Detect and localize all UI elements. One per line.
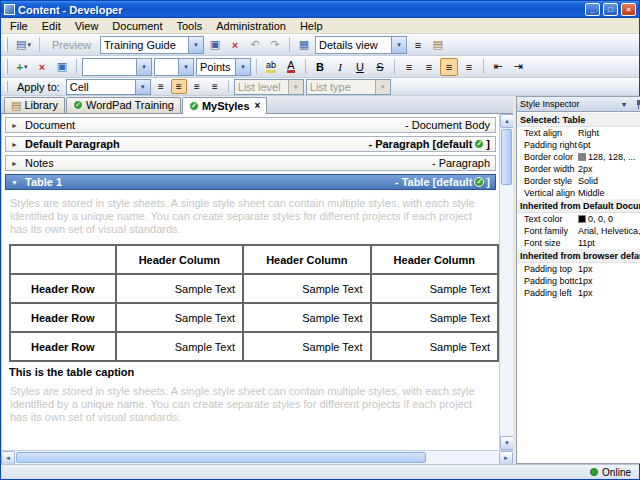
menu-tools[interactable]: Tools (170, 19, 210, 33)
scroll-left-button[interactable]: ◄ (1, 451, 15, 465)
property-value: 1px (578, 288, 640, 298)
table-cell[interactable]: Header Row (10, 303, 116, 332)
save-button[interactable]: ▣ (206, 36, 224, 54)
grid-view-button[interactable]: ▤ (429, 36, 447, 54)
table-cell[interactable]: Sample Text (243, 274, 370, 303)
section-default-paragraph[interactable]: ► Default Paragraph - Paragraph [default… (5, 136, 496, 152)
align-justify-button[interactable]: ≡ (460, 58, 478, 76)
section-type-suffix: ] (486, 176, 490, 188)
preview-button[interactable]: Preview (45, 36, 98, 54)
font-family-select[interactable]: ▾ (82, 58, 152, 76)
cell-align-top-button[interactable]: ≡ (153, 79, 169, 94)
scrollbar-track[interactable] (500, 186, 513, 436)
list-level-select[interactable]: List level ▾ (234, 79, 304, 95)
toolbar-grip[interactable] (5, 37, 8, 52)
section-notes[interactable]: ► Notes - Paragraph (5, 155, 496, 171)
tab-bar: ▤ Library ✓ WordPad Training ✓ MyStyles … (1, 96, 513, 114)
menu-view[interactable]: View (68, 19, 106, 33)
scroll-down-button[interactable]: ▼ (500, 436, 514, 450)
table-cell[interactable]: Sample Text (243, 332, 370, 361)
redo-button[interactable]: ↷ (266, 36, 284, 54)
vertical-scrollbar-thumb[interactable] (501, 129, 512, 185)
panel-menu-button[interactable]: ▾ (618, 99, 630, 110)
remove-button[interactable]: × (33, 58, 51, 76)
table-cell[interactable]: Header Column (371, 245, 499, 274)
highlight-color-button[interactable]: ab (262, 58, 280, 76)
guide-select[interactable]: Training Guide ▾ (100, 36, 204, 54)
section-table-1[interactable]: ▼ Table 1 - Table [default ✓ ] (5, 174, 496, 190)
table-cell[interactable]: Header Row (10, 332, 116, 361)
vertical-scrollbar[interactable]: ▲ ▼ (499, 114, 513, 450)
online-status-label: Online (602, 467, 631, 478)
menu-document[interactable]: Document (105, 19, 169, 33)
align-left-button[interactable]: ≡ (400, 58, 418, 76)
strikethrough-button[interactable]: S (371, 58, 389, 76)
maximize-button[interactable]: □ (603, 3, 618, 16)
underline-button[interactable]: U (351, 58, 369, 76)
table-caption: This is the table caption (9, 366, 491, 378)
cell-align-baseline-button[interactable]: ≡ (207, 79, 223, 94)
toolbar-grip[interactable] (5, 81, 8, 93)
table-cell[interactable]: Header Column (243, 245, 370, 274)
horizontal-scrollbar[interactable]: ◄ ► (1, 450, 513, 464)
menu-help[interactable]: Help (293, 19, 330, 33)
add-button[interactable]: + ▾ (13, 58, 31, 76)
list-view-button[interactable]: ≡ (409, 36, 427, 54)
save-style-button[interactable]: ▣ (53, 58, 71, 76)
toolbar-grip[interactable] (5, 59, 8, 74)
pin-panel-button[interactable] (633, 99, 640, 110)
table-cell[interactable] (10, 245, 116, 274)
property-value: 2px (578, 164, 640, 174)
scrollbar-track[interactable] (427, 451, 499, 464)
property-row: Text align Right (517, 127, 640, 139)
apply-to-select[interactable]: Cell ▾ (66, 79, 151, 95)
list-type-select[interactable]: List type ▾ (306, 79, 391, 95)
units-select[interactable]: Points ▾ (196, 58, 251, 76)
table-cell[interactable]: Sample Text (371, 274, 499, 303)
menu-edit[interactable]: Edit (35, 19, 68, 33)
scroll-right-button[interactable]: ► (499, 451, 513, 465)
minimize-button[interactable]: _ (585, 3, 600, 16)
section-document[interactable]: ► Document - Document Body (5, 117, 496, 133)
close-icon: × (626, 7, 631, 13)
align-right-icon: ≡ (446, 61, 452, 73)
undo-button[interactable]: ↶ (246, 36, 264, 54)
align-center-button[interactable]: ≡ (420, 58, 438, 76)
table-cell[interactable]: Sample Text (116, 274, 243, 303)
close-button[interactable]: × (621, 3, 636, 16)
close-tab-icon[interactable]: × (255, 100, 261, 111)
tab-mystyles-label: MyStyles (202, 100, 250, 112)
inspector-group-header: Inherited from Default Document (517, 199, 640, 213)
new-document-button[interactable]: ▤ ▾ (13, 36, 34, 54)
table-cell[interactable]: Sample Text (243, 303, 370, 332)
table-cell[interactable]: Header Row (10, 274, 116, 303)
bold-button[interactable]: B (311, 58, 329, 76)
cell-align-bottom-button[interactable]: ≡ (189, 79, 205, 94)
table-cell[interactable]: Sample Text (371, 303, 499, 332)
horizontal-scrollbar-thumb[interactable] (16, 452, 426, 463)
delete-button[interactable]: × (226, 36, 244, 54)
font-color-button[interactable]: A (282, 58, 300, 76)
tab-wordpad-training[interactable]: ✓ WordPad Training (66, 97, 181, 113)
tab-library[interactable]: ▤ Library (4, 97, 65, 113)
menu-file[interactable]: File (3, 19, 35, 33)
table-cell[interactable]: Sample Text (371, 332, 499, 361)
italic-button[interactable]: I (331, 58, 349, 76)
scroll-up-button[interactable]: ▲ (500, 114, 514, 128)
table-cell[interactable]: Header Column (116, 245, 243, 274)
tab-mystyles[interactable]: ✓ MyStyles × (182, 97, 268, 114)
indent-button[interactable]: ⇥ (509, 58, 527, 76)
font-size-select[interactable]: ▾ (154, 58, 194, 76)
menu-administration[interactable]: Administration (209, 19, 293, 33)
separator (256, 59, 257, 75)
view-select[interactable]: Details view ▾ (315, 36, 407, 54)
details-view-button[interactable]: ▦ (295, 36, 313, 54)
section-type: - Paragraph [default (368, 138, 472, 150)
table-cell[interactable]: Sample Text (116, 303, 243, 332)
section-title: Document (25, 119, 400, 131)
outdent-button[interactable]: ⇤ (489, 58, 507, 76)
align-right-button[interactable]: ≡ (440, 58, 458, 76)
cell-align-middle-button[interactable]: ≡ (171, 79, 187, 94)
table-cell[interactable]: Sample Text (116, 332, 243, 361)
section-type: - Table [default (395, 176, 472, 188)
